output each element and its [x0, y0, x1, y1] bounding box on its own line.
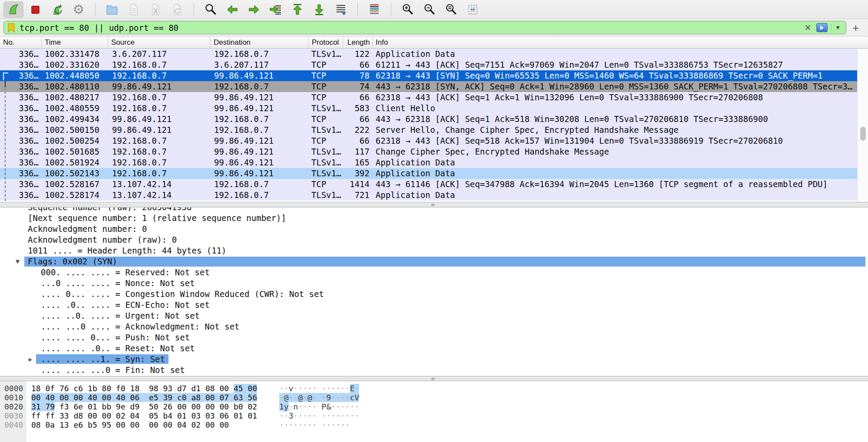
zoom-original-icon[interactable]: [441, 1, 461, 18]
zoom-in-icon[interactable]: [398, 1, 418, 18]
cell-destination: 99.86.49.121: [211, 103, 309, 114]
packet-row[interactable]: 336…1002.480217192.168.0.799.86.49.121TC…: [0, 92, 857, 103]
detail-line[interactable]: .... .0.. .... = ECN-Echo: Not set: [0, 300, 868, 310]
colorize-packets-icon[interactable]: [364, 1, 384, 18]
hex-ascii[interactable]: ·@··@·@· ·9····cV: [279, 393, 359, 402]
last-packet-icon[interactable]: [309, 1, 329, 18]
cell-source: 13.107.42.14: [108, 190, 211, 201]
cell-length: 117: [343, 146, 373, 157]
column-header-source[interactable]: Source: [108, 36, 211, 49]
hex-row[interactable]: 004008 0a 13 e6 b5 95 00 00 00 00 04 02 …: [0, 420, 868, 429]
packet-row[interactable]: 336…1002.52817413.107.42.14192.168.0.7TL…: [0, 190, 857, 201]
scrollbar-thumb[interactable]: [860, 127, 866, 141]
packet-row[interactable]: 336…1002.500254192.168.0.799.86.49.121TC…: [0, 135, 857, 146]
clear-filter-icon[interactable]: ✕: [801, 23, 815, 33]
hex-bytes[interactable]: 31 79 f3 6e 01 bb 9e d9 50 26 00 00 00 0…: [31, 402, 279, 411]
cell-destination: 3.6.207.117: [211, 59, 309, 70]
detail-line[interactable]: .... .... .0.. = Reset: Not set: [0, 343, 868, 354]
detail-line[interactable]: [Next sequence number: 1 (relative seque…: [0, 213, 868, 224]
first-packet-icon[interactable]: [287, 1, 307, 18]
next-packet-icon[interactable]: [244, 1, 264, 18]
reload-file-icon: [167, 1, 187, 18]
open-file-icon[interactable]: [102, 1, 122, 18]
detail-line[interactable]: Acknowledgment number (raw): 0: [0, 234, 868, 245]
resize-columns-icon[interactable]: [463, 1, 483, 18]
packet-row[interactable]: 336…1002.501685192.168.0.799.86.49.121TL…: [0, 146, 857, 157]
apply-filter-icon[interactable]: [816, 23, 828, 32]
hex-bytes[interactable]: 18 0f 76 c6 1b 80 f0 18 98 93 d7 d1 08 0…: [31, 384, 279, 393]
cell-protocol: TLSv1…: [309, 125, 343, 135]
hex-row[interactable]: 002031 79 f3 6e 01 bb 9e d9 50 26 00 00 …: [0, 402, 868, 411]
hex-ascii[interactable]: ··3····· ········: [279, 411, 359, 420]
packet-row[interactable]: 336…1002.48011099.86.49.121192.168.0.7TC…: [0, 81, 857, 92]
hex-row[interactable]: 001000 40 00 00 40 00 40 06 e5 39 c0 a8 …: [0, 393, 868, 402]
cell-source: 13.107.42.14: [108, 179, 211, 190]
detail-line[interactable]: .... 0... .... = Congestion Window Reduc…: [0, 289, 868, 300]
column-header-info[interactable]: Info: [373, 36, 868, 49]
pane-splitter-top[interactable]: [0, 202, 868, 208]
packet-row[interactable]: 336…1002.3314783.6.207.117192.168.0.7TLS…: [0, 49, 857, 59]
detail-line[interactable]: .... .... 0... = Push: Not set: [0, 332, 868, 343]
hex-ascii[interactable]: 1y·n···· P&······: [279, 402, 359, 411]
column-header-time[interactable]: Time: [42, 36, 108, 49]
cell-time: 1002.528174: [42, 190, 108, 201]
display-filter-input[interactable]: tcp.port == 80 || udp.port == 80 ✕ ▼: [3, 21, 846, 34]
cell-time: 1002.501685: [42, 146, 108, 157]
cell-destination: 192.168.0.7: [211, 49, 309, 59]
hex-bytes[interactable]: ff ff 33 d8 00 00 02 04 05 b4 01 03 03 0…: [31, 411, 279, 420]
detail-line[interactable]: .... ...0 .... = Acknowledgment: Not set: [0, 321, 868, 332]
packet-list-scrollbar[interactable]: [857, 49, 868, 202]
hex-ascii[interactable]: ········ ······: [279, 420, 350, 429]
auto-scroll-icon[interactable]: [331, 1, 351, 18]
find-packet-icon[interactable]: [201, 1, 221, 18]
detail-line[interactable]: Sequence number (raw): 2665041958: [0, 208, 868, 213]
pane-splitter-bottom[interactable]: [0, 376, 868, 381]
detail-line[interactable]: .... .... ...0 = Fin: Not set: [0, 365, 868, 376]
detail-line[interactable]: ▶.... .... ..1. = Syn: Set: [0, 354, 868, 365]
add-filter-button[interactable]: +: [852, 22, 859, 33]
detail-line[interactable]: 000. .... .... = Reserved: Not set: [0, 267, 868, 278]
column-header-destination[interactable]: Destination: [211, 36, 309, 49]
hex-row[interactable]: 000018 0f 76 c6 1b 80 f0 18 98 93 d7 d1 …: [0, 384, 868, 393]
hex-bytes[interactable]: 00 40 00 00 40 00 40 06 e5 39 c0 a8 00 0…: [31, 393, 279, 402]
detail-line[interactable]: Acknowledgment number: 0: [0, 224, 868, 234]
packet-row[interactable]: 336…1002.502143192.168.0.799.86.49.121TL…: [0, 168, 857, 179]
previous-packet-icon[interactable]: [222, 1, 242, 18]
bookmark-icon[interactable]: [7, 23, 15, 33]
detail-line[interactable]: ▼Flags: 0x002 (SYN): [0, 256, 868, 267]
column-header-length[interactable]: Length: [343, 36, 373, 49]
splitter-grip[interactable]: [431, 204, 435, 206]
detail-line[interactable]: 1011 .... = Header Length: 44 bytes (11): [0, 245, 868, 256]
detail-line[interactable]: ...0 .... .... = Nonce: Not set: [0, 278, 868, 289]
filter-expression-text[interactable]: tcp.port == 80 || udp.port == 80: [20, 23, 801, 33]
column-header-protocol[interactable]: Protocol: [309, 36, 343, 49]
selected-field-highlight: [24, 257, 865, 267]
packet-row[interactable]: 336…1002.49943499.86.49.121192.168.0.7TC…: [0, 114, 857, 125]
detail-line[interactable]: .... ..0. .... = Urgent: Not set: [0, 310, 868, 321]
packet-row[interactable]: 336…1002.52816713.107.42.14192.168.0.7TC…: [0, 179, 857, 190]
collapse-expander-icon[interactable]: ▼: [16, 256, 20, 267]
zoom-out-icon[interactable]: [419, 1, 439, 18]
capture-options-gear-icon[interactable]: ⚙: [69, 1, 89, 18]
cell-no: 336…: [0, 103, 42, 114]
packet-row[interactable]: 336…1002.50015099.86.49.121192.168.0.7TL…: [0, 125, 857, 135]
packet-list-header: No. Time Source Destination Protocol Len…: [0, 36, 868, 49]
hex-bytes[interactable]: 08 0a 13 e6 b5 95 00 00 00 00 04 02 00 0…: [31, 420, 279, 429]
filter-dropdown-icon[interactable]: ▼: [831, 24, 842, 31]
column-header-no[interactable]: No.: [0, 36, 42, 49]
start-capture-fin-icon[interactable]: [3, 1, 23, 18]
packet-row[interactable]: 336…1002.501924192.168.0.799.86.49.121TL…: [0, 157, 857, 168]
hex-row[interactable]: 0030ff ff 33 d8 00 00 02 04 05 b4 01 03 …: [0, 411, 868, 420]
stop-capture-icon[interactable]: [25, 1, 45, 18]
cell-source: 99.86.49.121: [108, 114, 211, 125]
packet-row[interactable]: 336…1002.331620192.168.0.73.6.207.117TCP…: [0, 59, 857, 70]
cell-no: 336…: [0, 157, 42, 168]
expand-expander-icon[interactable]: ▶: [29, 354, 32, 365]
go-to-packet-icon[interactable]: [266, 1, 286, 18]
restart-capture-icon[interactable]: [47, 1, 67, 18]
cell-protocol: TCP: [309, 179, 343, 190]
packet-row[interactable]: 336…1002.480559192.168.0.799.86.49.121TL…: [0, 103, 857, 114]
hex-ascii[interactable]: ··v····· ······E·: [279, 384, 359, 393]
splitter-grip[interactable]: [431, 378, 435, 380]
packet-row[interactable]: 336…1002.448050192.168.0.799.86.49.121TC…: [0, 70, 857, 81]
